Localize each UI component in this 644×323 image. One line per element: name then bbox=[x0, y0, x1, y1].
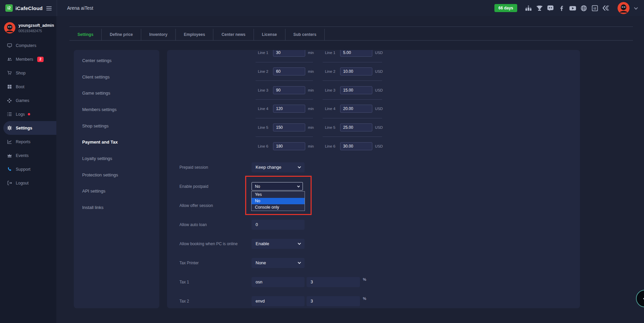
item-settings[interactable]: Settings bbox=[69, 29, 102, 40]
price-input[interactable] bbox=[340, 50, 372, 57]
payment-and-tax-panel: Line 1 min Line 2 min Line 3 min bbox=[167, 50, 580, 308]
tax2-name-input[interactable] bbox=[252, 296, 305, 306]
item-game-settings[interactable]: Game settings bbox=[74, 85, 159, 101]
hamburger-menu-icon[interactable] bbox=[46, 6, 52, 10]
logo-text: iCafeCloud bbox=[15, 5, 43, 11]
item-settings[interactable]: Settings bbox=[3, 121, 56, 135]
item-line-2: Line 2 min bbox=[256, 62, 313, 81]
discord-icon[interactable] bbox=[546, 4, 554, 12]
item-line-3: Line 3 min bbox=[256, 81, 313, 100]
form-row-tax2: Tax 2 % bbox=[179, 291, 569, 308]
item-sub-centers[interactable]: Sub centers bbox=[285, 29, 325, 40]
user-avatar[interactable] bbox=[618, 2, 630, 14]
facebook-icon[interactable] bbox=[557, 4, 566, 12]
user-avatar bbox=[4, 22, 15, 34]
dropdown-option[interactable]: No bbox=[252, 198, 305, 204]
price-input[interactable] bbox=[340, 67, 372, 75]
user-block[interactable]: youngzsoft_admin 005193482475 bbox=[0, 16, 56, 36]
tax-printer-select[interactable]: None bbox=[252, 258, 305, 268]
tax2-rate-input[interactable] bbox=[307, 296, 360, 306]
dropdown-option[interactable]: Yes bbox=[252, 192, 305, 198]
price-input[interactable] bbox=[340, 105, 372, 113]
form-row-tax1: Tax 1 % bbox=[179, 272, 569, 291]
app-window: i2 iCafeCloud Arena aiTest 66 days i2 yo… bbox=[0, 0, 644, 323]
minutes-input[interactable] bbox=[273, 142, 305, 150]
alert-dot bbox=[28, 113, 30, 115]
item-shop[interactable]: Shop bbox=[0, 66, 56, 80]
item-center-news[interactable]: Center news bbox=[213, 29, 254, 40]
item-boot[interactable]: Boot bbox=[0, 80, 56, 94]
item-computers[interactable]: Computers bbox=[0, 39, 56, 52]
logs-icon bbox=[7, 112, 12, 117]
price-input[interactable] bbox=[340, 142, 372, 150]
globe-icon[interactable] bbox=[580, 4, 588, 12]
item-install-links[interactable]: Install links bbox=[74, 199, 159, 216]
item-support[interactable]: Support bbox=[0, 162, 56, 176]
item-games[interactable]: Games bbox=[0, 94, 56, 107]
item-client-settings[interactable]: Client settings bbox=[74, 69, 159, 85]
auto-loan-input[interactable] bbox=[252, 220, 305, 230]
item-members[interactable]: Members 2 bbox=[0, 52, 56, 66]
percent-label: % bbox=[363, 277, 366, 281]
prepaid-minutes-column: Line 1 min Line 2 min Line 3 min bbox=[256, 50, 313, 156]
settings-submenu: Center settingsClient settingsGame setti… bbox=[74, 50, 159, 308]
chevron-down-icon bbox=[297, 184, 300, 187]
enable-postpaid-select[interactable]: No bbox=[252, 182, 303, 191]
item-line-4: Line 4 USD bbox=[323, 100, 382, 118]
item-logout[interactable]: Logout bbox=[0, 176, 56, 190]
tab-bar: SettingsDefine priceInventoryEmployeesCe… bbox=[69, 29, 325, 40]
divider bbox=[69, 40, 633, 41]
tax1-rate-input[interactable] bbox=[307, 277, 360, 287]
license-days-badge[interactable]: 66 days bbox=[494, 4, 517, 12]
item-payment-and-tax[interactable]: Payment and Tax bbox=[74, 134, 159, 150]
item-inventory[interactable]: Inventory bbox=[141, 29, 176, 40]
allow-booking-select[interactable]: Enable bbox=[252, 239, 305, 249]
settings-form: Prepaid session Keep change Enable postp… bbox=[179, 158, 569, 308]
item-define-price[interactable]: Define price bbox=[102, 29, 141, 40]
minutes-input[interactable] bbox=[273, 67, 305, 75]
prepaid-session-select[interactable]: Keep change bbox=[252, 162, 305, 172]
topbar-actions: 66 days i2 bbox=[494, 0, 638, 16]
item-logs[interactable]: Logs bbox=[0, 107, 56, 121]
field-label: Tax Printer bbox=[179, 261, 252, 265]
item-protection-settings[interactable]: Protection settings bbox=[74, 167, 159, 183]
item-line-5: Line 5 USD bbox=[323, 118, 382, 137]
trophy-icon[interactable] bbox=[535, 4, 543, 12]
item-reports[interactable]: Reports bbox=[0, 135, 56, 149]
item-members-settings[interactable]: Members settings bbox=[74, 101, 159, 118]
item-line-2: Line 2 USD bbox=[323, 62, 382, 81]
item-license[interactable]: License bbox=[254, 29, 285, 40]
topbar-icon-list: i2 bbox=[524, 4, 610, 12]
item-center-settings[interactable]: Center settings bbox=[74, 52, 159, 69]
minutes-input[interactable] bbox=[273, 86, 305, 94]
price-input[interactable] bbox=[340, 86, 372, 94]
prepaid-price-column: Line 1 USD Line 2 USD Line 3 USD bbox=[323, 50, 382, 156]
logout-icon bbox=[7, 180, 12, 186]
price-input[interactable] bbox=[340, 123, 372, 131]
center-name-title: Arena aiTest bbox=[67, 0, 93, 16]
minutes-input[interactable] bbox=[273, 50, 305, 57]
boot-icon bbox=[7, 84, 12, 90]
minutes-input[interactable] bbox=[273, 105, 305, 113]
youtube-icon[interactable] bbox=[569, 4, 577, 12]
item-events[interactable]: Events bbox=[0, 149, 56, 162]
form-row-allow-booking: Allow booking when PC is online Enable bbox=[179, 234, 569, 253]
item-shop-settings[interactable]: Shop settings bbox=[74, 118, 159, 134]
item-loyalty-settings[interactable]: Loyalty settings bbox=[74, 150, 159, 167]
item-line-3: Line 3 USD bbox=[323, 81, 382, 100]
ranking-icon[interactable] bbox=[524, 4, 532, 12]
field-label: Allow offer session bbox=[179, 203, 252, 208]
sites-icon[interactable] bbox=[602, 4, 610, 12]
item-api-settings[interactable]: API settings bbox=[74, 183, 159, 200]
item-line-4: Line 4 min bbox=[256, 100, 313, 118]
tax1-name-input[interactable] bbox=[252, 277, 305, 287]
minutes-input[interactable] bbox=[273, 123, 305, 131]
form-row-allow-offer-session: Allow offer session bbox=[179, 196, 569, 215]
field-label: Tax 2 bbox=[179, 299, 252, 304]
username: youngzsoft_admin bbox=[18, 23, 54, 28]
dropdown-option[interactable]: Console only bbox=[252, 204, 305, 211]
icafe-icon[interactable]: i2 bbox=[591, 4, 599, 12]
chevron-down-icon[interactable] bbox=[634, 6, 638, 9]
item-line-1: Line 1 min bbox=[256, 50, 313, 62]
item-employees[interactable]: Employees bbox=[176, 29, 213, 40]
